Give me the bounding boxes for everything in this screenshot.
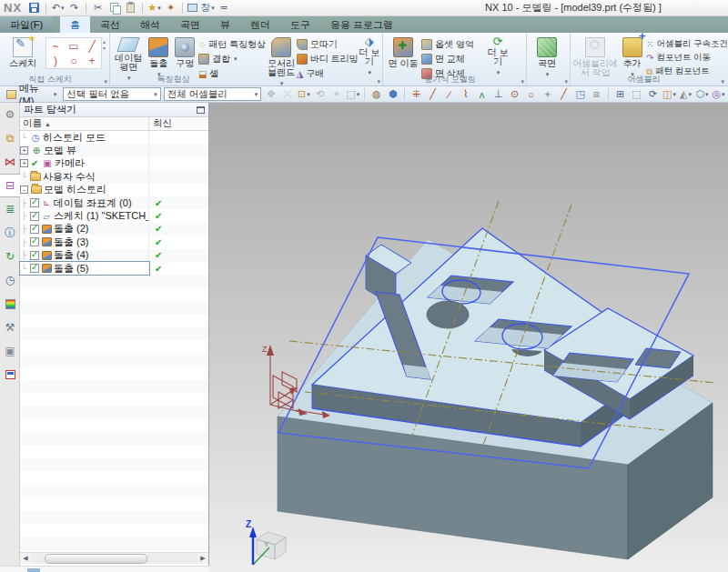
palette-scroll[interactable]: ▴▾	[102, 35, 106, 55]
previous-selection-icon[interactable]: ⟲	[313, 87, 327, 101]
add-component-button[interactable]: 추가▾	[618, 35, 646, 79]
tree-row-extrude-3[interactable]: ├돌출 (3) ✔	[20, 236, 208, 248]
part-navigator-icon[interactable]: ⊟	[0, 174, 21, 197]
hd3d-tools-icon[interactable]: ↻	[0, 245, 20, 268]
tree-row-model-views[interactable]: +⊕모델 뷰	[20, 144, 208, 156]
rectangle-icon[interactable]: ▭	[66, 39, 81, 53]
sketch-checkbox[interactable]	[30, 212, 39, 221]
panel-window-icon[interactable]	[197, 106, 205, 114]
snap-point-icon[interactable]: ⁜	[410, 87, 423, 101]
offset-region-button[interactable]: 옵셋 영역	[421, 38, 483, 51]
snap-arc-center-icon[interactable]: ⊙	[508, 87, 521, 101]
snap-quadrant-icon[interactable]: ○	[524, 87, 538, 101]
tree-row-cameras[interactable]: +✔▣카메라	[20, 157, 208, 170]
tree-row-extrude-2[interactable]: ├돌출 (2) ✔	[20, 223, 208, 236]
synchronous-group-caret[interactable]: ▾	[521, 78, 524, 85]
snap-point-on-face-icon[interactable]: ◳	[573, 87, 587, 101]
fit-view-icon[interactable]: ⊞	[613, 87, 627, 101]
tab-tools[interactable]: 도구	[280, 16, 320, 33]
orient-view-dropdown[interactable]: ◫▾	[662, 87, 676, 101]
tab-view[interactable]: 뷰	[210, 16, 240, 33]
surface-button[interactable]: 곡면▾	[529, 35, 565, 79]
move-component-button[interactable]: ↷ 컴포넌트 이동	[646, 52, 724, 64]
surface-group-caret[interactable]: ▾	[564, 78, 568, 85]
capture-icon[interactable]: ⌖	[329, 87, 343, 101]
feature-group-caret[interactable]: ▾	[377, 78, 380, 85]
snap-intersection-icon[interactable]: ⊥	[491, 87, 505, 101]
replace-face-button[interactable]: 면 교체	[421, 53, 483, 65]
chamfer-button[interactable]: 모따기	[297, 38, 359, 51]
tree-row-extrude-4[interactable]: ├돌출 (4) ✔	[20, 249, 208, 262]
line-icon[interactable]: ╱	[85, 39, 99, 53]
history-icon[interactable]: ◷	[0, 268, 20, 292]
snap-existing-point-icon[interactable]: ＋	[541, 87, 554, 101]
trim-body-button[interactable]: 바디 트리밍	[297, 53, 359, 65]
tab-render[interactable]: 렌더	[240, 16, 280, 33]
window-menu-button[interactable]: 창▾	[187, 1, 215, 15]
tab-curve[interactable]: 곡선	[90, 16, 130, 33]
snap-curve-icon[interactable]: ⌇	[459, 87, 472, 101]
arc-icon[interactable]: )	[48, 54, 63, 67]
synchronous-more-button[interactable]: ⟳ 더 보기▾	[483, 35, 512, 77]
tree-row-datum-csys[interactable]: ├⊾데이텀 좌표계 (0) ✔	[20, 196, 208, 209]
sketch-button[interactable]: 스케치	[2, 35, 44, 68]
rectangle-select-icon[interactable]: ⬚▾	[346, 87, 359, 101]
tab-analysis[interactable]: 해석	[130, 16, 170, 33]
ribbon-options-button[interactable]: ≂	[217, 1, 231, 15]
selection-scope-dropdown[interactable]: 전체 어셈블리▾	[164, 87, 262, 101]
datum-csys-checkbox[interactable]	[30, 198, 39, 207]
roles-gear-icon[interactable]: ⚙	[0, 103, 20, 126]
snap-bounded-plane-icon[interactable]: ⧈	[590, 87, 603, 101]
show-hide-dropdown[interactable]: ◎▾	[712, 87, 725, 101]
column-header-name[interactable]: 이름▲	[20, 117, 149, 130]
save-button[interactable]	[27, 1, 41, 15]
extrude-button[interactable]: 돌출▾	[146, 35, 172, 79]
touch-mode-button[interactable]: ✦	[164, 1, 177, 15]
manufacturing-wizard-icon[interactable]: ⚒	[0, 316, 20, 339]
extrude-2-checkbox[interactable]	[30, 225, 39, 234]
graphics-viewport[interactable]: Z Z Y	[209, 103, 728, 572]
touch-window-icon[interactable]	[0, 363, 20, 386]
roles-icon[interactable]: ▣	[0, 339, 20, 363]
scrollbar-thumb[interactable]	[45, 554, 147, 564]
extrude-5-checkbox[interactable]	[30, 264, 39, 273]
customize-button[interactable]: ★▾	[147, 1, 161, 15]
draft-button[interactable]: ◮ 구배	[297, 67, 359, 80]
reuse-library-icon[interactable]: ≣	[0, 197, 20, 221]
tab-applications[interactable]: 응용 프로그램	[320, 16, 403, 33]
tab-file[interactable]: 파일(F)	[0, 16, 53, 33]
web-browser-icon[interactable]: ⓘ	[0, 221, 20, 245]
assembly-constraints-button[interactable]: ⁙ 어셈블리 구속조건	[646, 38, 724, 50]
snap-pole-icon[interactable]: ᴧ	[475, 87, 489, 101]
wcs-icon[interactable]: ◍	[369, 87, 383, 101]
paste-button[interactable]	[124, 1, 137, 15]
zoom-icon[interactable]: ⬚	[630, 87, 643, 101]
move-face-button[interactable]: 면 이동	[385, 35, 421, 68]
process-studio-icon[interactable]	[0, 292, 20, 316]
tree-row-model-history[interactable]: -모델 히스토리	[20, 184, 208, 196]
point-icon[interactable]: +	[85, 54, 99, 67]
feature-more-button[interactable]: ⬗ 더 보기▾	[359, 35, 380, 77]
redo-button[interactable]: ↷	[67, 1, 81, 15]
cut-button[interactable]: ✂	[91, 1, 105, 15]
assembly-group-caret[interactable]: ▾	[721, 78, 724, 85]
pattern-feature-button[interactable]: ⁘ 패턴 특징형상	[198, 38, 266, 51]
scroll-left-icon[interactable]: ◀	[20, 555, 31, 562]
tree-row-history-mode[interactable]: └◷히스토리 모드	[20, 131, 208, 144]
expand-icon[interactable]: +	[20, 159, 28, 167]
hole-button[interactable]: 구멍	[172, 35, 198, 68]
edge-blend-button[interactable]: 모서리 블렌드▾	[266, 35, 297, 88]
tab-surface[interactable]: 곡면	[170, 16, 210, 33]
navigator-horizontal-scrollbar[interactable]: ◀ ▶	[20, 552, 208, 564]
snap-midpoint-icon[interactable]: ∕	[442, 87, 456, 101]
extrude-4-checkbox[interactable]	[30, 251, 39, 260]
work-in-assembly-button[interactable]: 어셈블리에서 작업	[572, 35, 618, 77]
undo-button[interactable]: ↶▾	[51, 1, 65, 15]
section-view-dropdown[interactable]: ◭▾	[679, 87, 693, 101]
cylinder-boss[interactable]	[427, 301, 469, 328]
top-selection-icon[interactable]: ⊡▾	[297, 87, 310, 101]
extrude-3-checkbox[interactable]	[30, 237, 39, 246]
tree-row-extrude-5[interactable]: └돌출 (5) ✔	[20, 262, 208, 275]
direct-sketch-group-caret[interactable]: ▾	[104, 78, 107, 85]
unite-button[interactable]: 결합▾	[198, 53, 266, 65]
